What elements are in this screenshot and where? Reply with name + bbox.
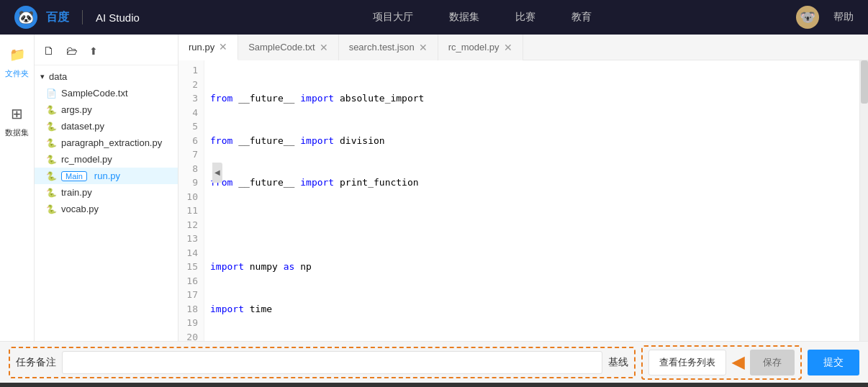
nav-items: 项目大厅 数据集 比赛 教育 [168, 8, 796, 27]
new-folder-btn[interactable]: 🗁 [63, 43, 81, 59]
file-samplecode[interactable]: 📄 SampleCode.txt [35, 85, 178, 101]
main-badge: Main [61, 171, 87, 181]
file-label: dataset.py [61, 121, 104, 132]
file-icon: 📄 [46, 88, 57, 99]
code-content[interactable]: 1 2 3 4 5 6 7 8 9 10 11 12 13 14 15 16 1… [178, 60, 868, 341]
code-lines: from __future__ import absolute_import f… [204, 60, 859, 341]
file-runpy[interactable]: 🐍 Main run.py [35, 168, 178, 184]
file-dataset[interactable]: 🐍 dataset.py [35, 118, 178, 135]
file-label: SampleCode.txt [61, 88, 128, 99]
tab-label: run.py [189, 42, 214, 53]
folder-arrow-icon: ▾ [40, 72, 45, 81]
file-train[interactable]: 🐍 train.py [35, 184, 178, 201]
baseline-input[interactable] [62, 351, 602, 374]
file-icon: 🐍 [46, 122, 57, 132]
file-rcmodel[interactable]: 🐍 rc_model.py [35, 151, 178, 168]
tab-close-samplecode[interactable]: ✕ [320, 42, 328, 53]
bottom-area: 任务备注 基线 查看任务列表 ◀ 保存 提交 [0, 341, 868, 383]
code-editor: run.py ✕ SampleCode.txt ✕ search.test.js… [178, 35, 868, 341]
task-actions-box: 查看任务列表 ◀ 保存 [641, 345, 802, 380]
file-icon: 🐍 [46, 171, 57, 181]
tab-search-test[interactable]: search.test.json ✕ [339, 35, 438, 60]
collapse-icon: ◀ [214, 168, 220, 176]
file-label: train.py [61, 187, 92, 198]
tab-close-rc-model[interactable]: ✕ [504, 42, 512, 53]
tab-label: search.test.json [349, 42, 415, 53]
tab-close-search-test[interactable]: ✕ [419, 42, 428, 53]
arrow-left-icon: ◀ [732, 353, 744, 372]
tab-label: rc_model.py [448, 42, 499, 53]
upload-btn[interactable]: ⬆ [86, 44, 101, 58]
file-icon: 🐍 [46, 204, 57, 214]
nav-item-competitions[interactable]: 比赛 [515, 8, 535, 27]
sidebar-icons: 📁 文件夹 ⊞ 数据集 [0, 35, 35, 341]
sidebar-datasets-icon[interactable]: ⊞ [4, 101, 30, 127]
new-file-btn[interactable]: 🗋 [40, 43, 58, 59]
save-button[interactable]: 保存 [750, 350, 795, 375]
file-icon: 🐍 [46, 105, 57, 115]
logo-divider [82, 10, 83, 24]
tab-close-run-py[interactable]: ✕ [219, 42, 227, 52]
nav-item-datasets[interactable]: 数据集 [449, 8, 479, 27]
file-icon: 🐍 [46, 188, 57, 198]
file-tree: 🗋 🗁 ⬆ ▾ data 📄 SampleCode.txt 🐍 args.py … [35, 35, 178, 341]
file-label: run.py [94, 170, 120, 181]
help-link[interactable]: 帮助 [833, 11, 854, 24]
submit-button[interactable]: 提交 [808, 350, 859, 375]
collapse-arrow[interactable]: ◀ [212, 163, 222, 183]
baidu-bear-icon: 🐼 [14, 6, 37, 29]
view-tasks-button[interactable]: 查看任务列表 [648, 350, 726, 375]
file-icon: 🐍 [46, 138, 57, 148]
file-label: rc_model.py [61, 154, 112, 165]
file-tree-toolbar: 🗋 🗁 ⬆ [35, 40, 178, 65]
logo: 🐼 百度 AI Studio [14, 6, 140, 29]
tab-label: SampleCode.txt [248, 42, 315, 53]
folder-data[interactable]: ▾ data [35, 68, 178, 85]
nav-item-projects[interactable]: 项目大厅 [373, 8, 413, 27]
task-note-box: 任务备注 基线 [9, 347, 636, 378]
line-numbers: 1 2 3 4 5 6 7 8 9 10 11 12 13 14 15 16 1… [178, 60, 204, 341]
vertical-scrollbar[interactable] [859, 60, 868, 341]
avatar[interactable]: 🐨 [796, 6, 819, 29]
top-nav: 🐼 百度 AI Studio 项目大厅 数据集 比赛 教育 🐨 帮助 [0, 0, 868, 35]
studio-text: AI Studio [96, 12, 140, 24]
file-icon: 🐍 [46, 155, 57, 165]
footer: 友情链接： PaddlePaddle训练营 ｜ PaddlePaddle官网 ｜… [0, 383, 868, 387]
sidebar-folder-icon[interactable]: 📁 [4, 42, 30, 68]
scrollbar-thumb[interactable] [861, 60, 868, 104]
file-label: vocab.py [61, 204, 99, 214]
nav-right: 🐨 帮助 [796, 6, 854, 29]
folder-name: data [49, 71, 67, 82]
file-label: args.py [61, 104, 92, 115]
sidebar-folder-label: 文件夹 [5, 68, 29, 79]
tab-rc-model[interactable]: rc_model.py ✕ [438, 35, 523, 60]
file-vocab[interactable]: 🐍 vocab.py [35, 201, 178, 217]
sidebar-datasets-label: 数据集 [5, 127, 29, 138]
editor-tabs: run.py ✕ SampleCode.txt ✕ search.test.js… [178, 35, 868, 60]
tab-samplecode[interactable]: SampleCode.txt ✕ [238, 35, 339, 60]
file-label: paragraph_extraction.py [61, 137, 162, 148]
baidu-text: 百度 [46, 10, 69, 25]
tab-run-py[interactable]: run.py ✕ [178, 35, 238, 60]
file-args[interactable]: 🐍 args.py [35, 101, 178, 118]
editor-area: 📁 文件夹 ⊞ 数据集 🗋 🗁 ⬆ ▾ data 📄 SampleCode.tx… [0, 35, 868, 341]
nav-item-education[interactable]: 教育 [571, 8, 592, 27]
file-paragraph[interactable]: 🐍 paragraph_extraction.py [35, 135, 178, 151]
task-note-label: 任务备注 [16, 356, 56, 369]
baseline-label: 基线 [608, 356, 628, 369]
